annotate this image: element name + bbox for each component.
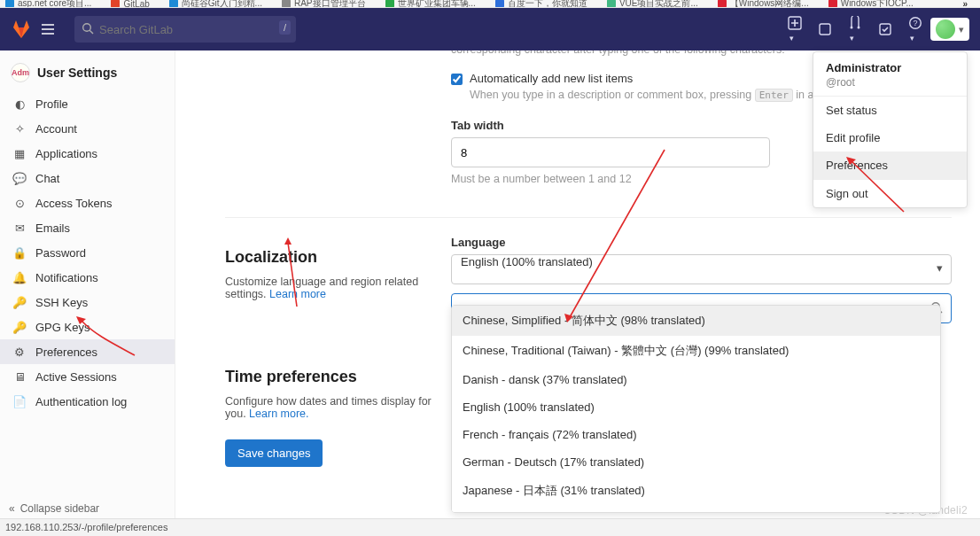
notifications-icon: 🔔 bbox=[12, 270, 27, 284]
localization-heading: Localization bbox=[225, 248, 451, 267]
sidebar-item-gpg-keys[interactable]: 🔑GPG Keys bbox=[0, 315, 175, 339]
browser-tab[interactable]: 【Windows网络编... bbox=[718, 0, 809, 8]
svg-point-5 bbox=[858, 26, 860, 28]
language-option[interactable]: Chinese, Simplified - 简体中文 (98% translat… bbox=[452, 306, 940, 336]
browser-tab-label: asp.net core项目... bbox=[18, 0, 91, 8]
svg-text:?: ? bbox=[913, 19, 917, 27]
merge-requests-icon[interactable]: ▾ bbox=[848, 16, 862, 43]
sidebar-item-label: GPG Keys bbox=[35, 321, 89, 334]
favicon-icon bbox=[607, 0, 616, 8]
avatar bbox=[936, 19, 955, 39]
svg-line-1 bbox=[89, 30, 93, 34]
sidebar-item-label: Access Tokens bbox=[35, 197, 112, 210]
browser-tab-strip: asp.net core项目...GitLab尚硅谷Git入门到精...RAP接… bbox=[0, 0, 980, 8]
user-avatar-button[interactable]: ▾ bbox=[930, 18, 969, 41]
svg-point-0 bbox=[83, 24, 91, 32]
search-shortcut-badge: / bbox=[279, 20, 291, 35]
save-changes-button[interactable]: Save changes bbox=[225, 439, 323, 467]
browser-tab[interactable]: asp.net core项目... bbox=[5, 0, 91, 8]
time-learn-more-link[interactable]: Learn more. bbox=[249, 408, 308, 420]
browser-status-bar: 192.168.110.253/-/profile/preferences bbox=[0, 518, 980, 536]
browser-tab-label: VUE项目实战之前... bbox=[619, 0, 698, 8]
todos-icon[interactable] bbox=[878, 22, 892, 36]
tabs-overflow-icon[interactable]: » bbox=[962, 0, 975, 8]
favicon-icon bbox=[828, 0, 837, 8]
localization-section: Localization Customize language and regi… bbox=[225, 236, 952, 323]
sidebar-item-label: Password bbox=[35, 246, 86, 260]
user-menu-item-set-status[interactable]: Set status bbox=[813, 97, 967, 124]
plus-icon[interactable]: ▾ bbox=[788, 16, 802, 43]
sidebar-item-label: Authentication log bbox=[35, 395, 127, 408]
section-divider bbox=[225, 217, 952, 218]
browser-tab[interactable]: Windows下IOCP... bbox=[828, 0, 914, 8]
sidebar-item-preferences[interactable]: ⚙Preferences bbox=[0, 339, 175, 364]
enter-key-badge: Enter bbox=[755, 89, 793, 102]
browser-tab[interactable]: 世界矿业集团车辆... bbox=[385, 0, 476, 8]
favicon-icon bbox=[495, 0, 504, 8]
browser-tab-label: 【Windows网络编... bbox=[730, 0, 809, 8]
sidebar-item-account[interactable]: ✧Account bbox=[0, 116, 175, 141]
language-label: Language bbox=[451, 236, 952, 249]
language-option[interactable]: Chinese, Traditional (Taiwan) - 繁體中文 (台灣… bbox=[452, 336, 940, 366]
sidebar-item-password[interactable]: 🔒Password bbox=[0, 240, 175, 265]
browser-tab[interactable]: RAP接口管理平台 bbox=[282, 0, 366, 8]
language-option[interactable]: English (100% translated) bbox=[452, 393, 940, 421]
browser-tab[interactable]: 尚硅谷Git入门到精... bbox=[169, 0, 262, 8]
search-input[interactable] bbox=[74, 16, 296, 43]
sidebar-item-access-tokens[interactable]: ⊙Access Tokens bbox=[0, 190, 175, 215]
profile-icon: ◐ bbox=[12, 97, 27, 111]
user-menu-item-sign-out[interactable]: Sign out bbox=[813, 180, 967, 207]
user-menu-handle: @root bbox=[826, 76, 954, 89]
browser-tab-label: 世界矿业集团车辆... bbox=[398, 0, 476, 8]
hamburger-icon[interactable] bbox=[40, 21, 56, 37]
localization-learn-more-link[interactable]: Learn more bbox=[269, 288, 326, 300]
user-menu-item-preferences[interactable]: Preferences bbox=[813, 151, 967, 179]
auto-list-checkbox[interactable] bbox=[451, 74, 463, 85]
search-icon bbox=[82, 22, 94, 35]
gitlab-topbar: / ▾ ▾ ?▾ ▾ bbox=[0, 8, 980, 50]
sidebar-item-applications[interactable]: ▦Applications bbox=[0, 141, 175, 166]
chevron-down-icon: ▾ bbox=[959, 24, 964, 35]
sidebar-item-label: Active Sessions bbox=[35, 370, 117, 384]
tabwidth-input[interactable] bbox=[451, 137, 770, 167]
collapse-sidebar[interactable]: Collapse sidebar bbox=[9, 502, 99, 515]
sshkeys-icon: 🔑 bbox=[12, 295, 27, 309]
issues-icon[interactable] bbox=[818, 22, 832, 36]
svg-point-4 bbox=[851, 26, 853, 28]
apps-icon: ▦ bbox=[12, 146, 27, 160]
gitlab-logo-icon[interactable] bbox=[11, 19, 32, 40]
browser-tab[interactable]: VUE项目实战之前... bbox=[607, 0, 698, 8]
browser-tab[interactable]: GitLab bbox=[111, 0, 149, 8]
favicon-icon bbox=[5, 0, 14, 8]
sidebar-item-active-sessions[interactable]: 🖥Active Sessions bbox=[0, 364, 175, 389]
sidebar-item-profile[interactable]: ◐Profile bbox=[0, 91, 175, 116]
time-heading: Time preferences bbox=[225, 368, 451, 386]
language-option[interactable]: Danish - dansk (37% translated) bbox=[452, 366, 940, 393]
help-icon[interactable]: ?▾ bbox=[908, 16, 922, 43]
password-icon: 🔒 bbox=[12, 245, 27, 260]
language-option[interactable]: French - français (72% translated) bbox=[452, 421, 940, 448]
sidebar-item-notifications[interactable]: 🔔Notifications bbox=[0, 265, 175, 290]
sidebar-item-label: Profile bbox=[35, 97, 68, 111]
sidebar-item-label: Emails bbox=[35, 221, 70, 235]
global-search[interactable]: / bbox=[74, 16, 296, 43]
language-select[interactable]: English (100% translated) bbox=[451, 254, 952, 284]
sidebar-item-authentication-log[interactable]: 📄Authentication log bbox=[0, 389, 175, 414]
svg-rect-3 bbox=[820, 24, 830, 35]
sidebar-item-ssh-keys[interactable]: 🔑SSH Keys bbox=[0, 290, 175, 315]
language-option[interactable]: German - Deutsch (17% translated) bbox=[452, 448, 940, 476]
language-option[interactable]: Japanese - 日本語 (31% translated) bbox=[452, 476, 940, 506]
sidebar-item-chat[interactable]: 💬Chat bbox=[0, 166, 175, 190]
sidebar-item-emails[interactable]: ✉Emails bbox=[0, 215, 175, 240]
sidebar-title: Adm User Settings bbox=[0, 58, 175, 91]
browser-tab[interactable]: 百度一下，你就知道 bbox=[495, 0, 587, 8]
user-menu-header: Administrator @root bbox=[813, 52, 967, 96]
favicon-icon bbox=[111, 0, 120, 8]
language-dropdown-list[interactable]: Chinese, Simplified - 简体中文 (98% translat… bbox=[451, 305, 941, 513]
favicon-icon bbox=[385, 0, 394, 8]
sidebar-item-label: Notifications bbox=[35, 271, 98, 284]
sidebar-item-label: SSH Keys bbox=[35, 296, 88, 309]
language-option[interactable]: Korean - 한국어 (20% translated) bbox=[452, 506, 940, 513]
browser-tab-label: 百度一下，你就知道 bbox=[508, 0, 587, 8]
user-menu-item-edit-profile[interactable]: Edit profile bbox=[813, 124, 967, 151]
